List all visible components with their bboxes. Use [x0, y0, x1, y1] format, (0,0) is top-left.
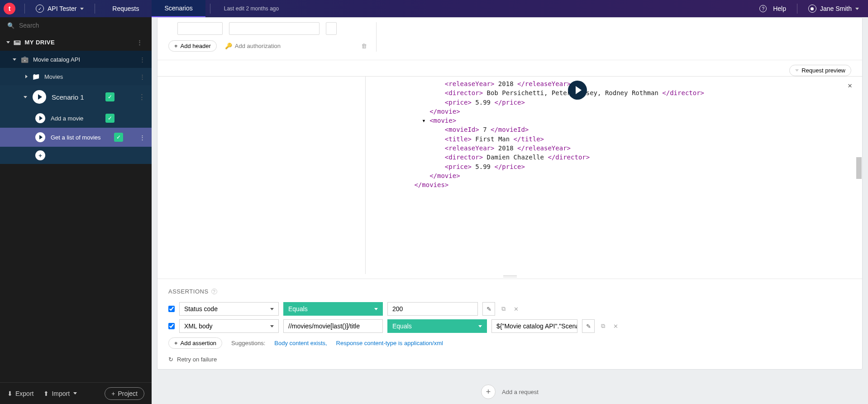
trash-icon[interactable]: 🗑 — [361, 43, 367, 49]
more-icon[interactable]: ⋮ — [137, 115, 148, 122]
chevron-down-icon — [795, 69, 799, 72]
topbar: t ✓ API Tester Requests Scenarios Last e… — [0, 0, 868, 17]
add-authorization-button[interactable]: 🔑Add authorization — [225, 43, 281, 49]
request-header-zone: +Add header 🔑Add authorization 🗑 — [157, 18, 862, 60]
tree-scenario[interactable]: Scenario 1 ✓ ⋮ — [0, 85, 152, 109]
more-icon[interactable]: ⋮ — [137, 73, 148, 80]
scrollbar-thumb[interactable] — [856, 157, 862, 179]
export-button[interactable]: ⬇Export — [7, 390, 33, 397]
success-badge-icon: ✓ — [114, 133, 123, 142]
play-icon[interactable] — [35, 132, 45, 142]
play-icon[interactable] — [35, 113, 45, 123]
tree-step-get-list[interactable]: Get a list of movies ✓ ⋮ — [0, 128, 152, 147]
app-switcher[interactable]: ✓ API Tester — [29, 0, 90, 17]
assertion-source-label: Status code — [184, 305, 218, 313]
assertion-path-text: //movies/movie[last()]/title — [288, 322, 360, 330]
response-zone: ✕ <releaseYear> 2018 </releaseYear> <dir… — [157, 76, 862, 274]
divider — [797, 4, 797, 14]
splitter[interactable] — [157, 274, 862, 279]
new-project-button[interactable]: +Project — [105, 387, 144, 400]
drive-icon — [14, 38, 21, 46]
response-body[interactable]: ✕ <releaseYear> 2018 </releaseYear> <dir… — [366, 77, 862, 274]
add-auth-label: Add authorization — [235, 43, 281, 49]
play-icon[interactable] — [33, 90, 46, 104]
header-extra[interactable] — [326, 22, 337, 35]
help-link[interactable]: Help — [773, 5, 786, 12]
retry-label: Retry on failure — [177, 356, 217, 363]
add-request-row: + Add a request — [152, 380, 868, 404]
assertion-row: Status code Equals 200 ✎ ⧉ ✕ — [168, 302, 851, 316]
assertion-source-select[interactable]: Status code — [179, 302, 279, 316]
project-tree: Movie catalog API ⋮ Movies ⋮ Scenario 1 … — [0, 51, 152, 382]
briefcase-icon — [21, 56, 29, 63]
success-badge-icon: ✓ — [105, 114, 114, 123]
response-left-panel — [157, 77, 366, 274]
tree-folder[interactable]: Movies ⋮ — [0, 68, 152, 85]
copy-icon[interactable]: ⧉ — [599, 322, 607, 330]
assertion-value-text: 200 — [392, 305, 403, 313]
assertion-value-text: ${"Movie catalog API"."Scena — [496, 322, 577, 330]
help-icon[interactable]: ? — [211, 289, 217, 294]
nav-requests[interactable]: Requests — [100, 0, 152, 17]
checkmark-circle-icon: ✓ — [36, 5, 44, 13]
user-menu[interactable]: Jane Smith — [808, 5, 859, 13]
assertion-enabled-checkbox[interactable] — [168, 306, 175, 312]
assertions-section: ASSERTIONS ? Status code Equals 200 ✎ ⧉ … — [157, 279, 862, 369]
app-name: API Tester — [48, 5, 76, 12]
add-header-button[interactable]: +Add header — [168, 40, 217, 52]
add-request-button[interactable]: + — [481, 385, 496, 399]
step-label: Get a list of movies — [51, 134, 101, 141]
assertion-source-select[interactable]: XML body — [179, 319, 279, 333]
assertion-path-input[interactable]: //movies/movie[last()]/title — [283, 319, 383, 333]
header-value-input[interactable] — [229, 22, 320, 35]
folder-name: Movies — [44, 73, 63, 80]
project-name: Movie catalog API — [33, 56, 80, 63]
nav-scenarios[interactable]: Scenarios — [152, 0, 205, 17]
tree-project[interactable]: Movie catalog API ⋮ — [0, 51, 152, 68]
assertion-value-input[interactable]: ${"Movie catalog API"."Scena — [491, 319, 577, 333]
import-button[interactable]: ⬆Import — [43, 390, 77, 397]
export-label: Export — [15, 390, 33, 397]
assertions-title: ASSERTIONS ? — [168, 288, 851, 295]
more-icon[interactable]: ⋮ — [137, 56, 148, 63]
chevron-down-icon — [478, 325, 482, 327]
delete-icon[interactable]: ✕ — [512, 306, 520, 313]
chevron-down-icon — [24, 96, 27, 98]
run-button[interactable] — [568, 81, 587, 100]
user-name: Jane Smith — [820, 5, 852, 12]
suggestion-link[interactable]: Body content exists, — [274, 340, 327, 346]
divider — [95, 4, 95, 14]
add-assertion-button[interactable]: +Add assertion — [168, 337, 222, 349]
assertion-operator-select[interactable]: Equals — [387, 319, 487, 333]
add-request-label: Add a request — [502, 389, 539, 395]
assertion-enabled-checkbox[interactable] — [168, 323, 175, 329]
assertion-value-input[interactable]: 200 — [387, 302, 478, 316]
more-icon[interactable]: ⋮ — [136, 93, 148, 101]
more-icon[interactable]: ⋮ — [134, 39, 146, 46]
search-input[interactable] — [19, 22, 144, 29]
plus-icon: + — [111, 390, 115, 397]
last-edit-label: Last edit 2 months ago — [215, 5, 288, 12]
logo[interactable]: t — [4, 3, 15, 14]
delete-icon[interactable]: ✕ — [611, 323, 620, 330]
divider — [24, 4, 25, 14]
header-name-input[interactable] — [177, 22, 223, 35]
magic-wand-button[interactable]: ✎ — [482, 302, 495, 316]
sidebar-footer: ⬇Export ⬆Import +Project — [0, 382, 152, 404]
request-preview-button[interactable]: Request preview — [789, 65, 851, 76]
retry-on-failure[interactable]: ↻ Retry on failure — [168, 356, 851, 363]
suggestion-link[interactable]: Response content-type is application/xml — [336, 340, 443, 346]
close-icon[interactable]: ✕ — [848, 80, 852, 91]
tree-step-add-movie[interactable]: Add a movie ✓ ⋮ — [0, 109, 152, 128]
assertion-operator-select[interactable]: Equals — [283, 302, 383, 316]
more-icon[interactable]: ⋮ — [137, 134, 148, 141]
play-icon — [576, 86, 582, 94]
divider — [210, 4, 210, 14]
key-icon: 🔑 — [225, 43, 232, 49]
project-btn-label: Project — [118, 390, 138, 397]
magic-wand-button[interactable]: ✎ — [582, 319, 595, 333]
copy-icon[interactable]: ⧉ — [500, 305, 507, 313]
assertion-source-label: XML body — [184, 322, 213, 330]
drive-header[interactable]: MY DRIVE ⋮ — [0, 34, 152, 51]
tree-add-step[interactable]: + — [0, 147, 152, 164]
